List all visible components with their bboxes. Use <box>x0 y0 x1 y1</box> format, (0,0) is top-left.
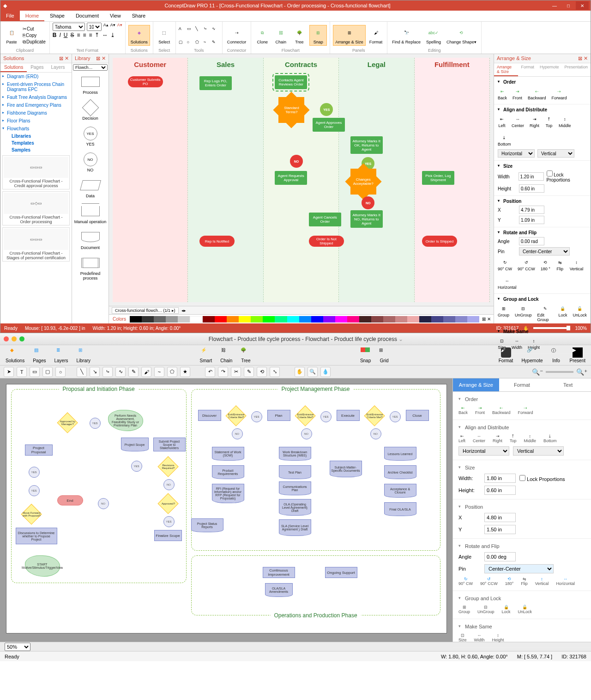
menu-view[interactable]: View <box>104 11 127 21</box>
mac-tab-text[interactable]: Text <box>545 378 591 391</box>
rotate-tool[interactable]: ⟲ <box>257 367 267 377</box>
rp-tab-hypernote[interactable]: Hypernote <box>537 63 562 76</box>
mac-group[interactable]: ⊞Group <box>458 605 470 614</box>
minimize-button[interactable]: — <box>548 1 561 10</box>
rp-tab-arrange[interactable]: Arrange & Size <box>494 63 518 76</box>
mac-same-height[interactable]: ↕Height <box>492 633 504 642</box>
btn-ungroup[interactable]: ⊟UnGroup <box>515 304 532 322</box>
menu-file[interactable]: File <box>0 11 20 21</box>
s-approved-mgr[interactable]: Approved by Manager? <box>57 412 78 433</box>
menu-share[interactable]: Share <box>127 11 151 21</box>
strike-button[interactable]: S <box>70 32 74 38</box>
mac-tab-arrange[interactable]: Arrange & Size <box>453 378 499 391</box>
arrow-tool[interactable]: ➤ <box>4 367 14 377</box>
valign-top-icon[interactable]: ⤒ <box>95 32 99 38</box>
mac-canvas[interactable]: Proposal and Initiation Phase Project Ma… <box>6 384 447 633</box>
s-exit2[interactable]: Exit/Entrance Criteria Met? <box>295 405 316 426</box>
btn-front[interactable]: ⇥Front <box>513 87 522 100</box>
mac-90ccw[interactable]: ↺90° CCW <box>480 577 498 586</box>
s-commplan[interactable]: Communications Plan <box>279 481 311 495</box>
shape-changes-acceptable[interactable]: Changes Acceptable? <box>350 169 376 195</box>
line-tool[interactable]: ╲ <box>77 367 87 377</box>
s-sow[interactable]: Statement of Work (SOW) <box>212 447 244 461</box>
rect-tool-icon[interactable]: ▭ <box>187 26 194 31</box>
shape-agent-cancels[interactable]: Agent Cancels Order <box>309 213 341 226</box>
cut-tool[interactable]: ✂ <box>231 367 241 377</box>
s-approved[interactable]: Approved? <box>158 493 179 514</box>
scroll-right-icon[interactable]: ▸ <box>184 308 186 313</box>
tree-erd[interactable]: Diagram (ERD) <box>0 73 72 80</box>
shape-pick-order[interactable]: Pick Order, Log Shipment <box>422 171 454 185</box>
pencil-tool-icon[interactable]: ✎ <box>212 40 219 44</box>
s-sla[interactable]: SLA (Service Level Agreement ) Draft <box>279 519 311 536</box>
s-discuss[interactable]: Discussions to Determine whether to Prop… <box>16 528 57 544</box>
dist-v-select[interactable]: Vertical <box>537 149 574 158</box>
italic-button[interactable]: I <box>59 32 60 38</box>
mac-snap-button[interactable]: Snap <box>360 347 371 363</box>
shape-shipped[interactable]: Order Is Shipped <box>422 236 457 247</box>
sample-order[interactable]: ▭◇▭Cross-Functional Flowchart - Order pr… <box>2 191 70 225</box>
btn-90cw[interactable]: ↻90° CW <box>498 258 512 271</box>
valign-bot-icon[interactable]: ⤓ <box>110 32 115 38</box>
mac-present-button[interactable]: ▶Present <box>570 347 585 363</box>
undo-tool[interactable]: ↶ <box>205 367 215 377</box>
change-shape-button[interactable]: ⟲Change Shape▾ <box>445 25 478 45</box>
font-color-icon[interactable]: A▾ <box>117 23 122 31</box>
s-exit3[interactable]: Exit/Entrance Criteria Met? <box>364 405 386 426</box>
mac-close-button[interactable] <box>4 336 9 341</box>
yes-e3[interactable]: YES <box>390 411 401 422</box>
s-lessons[interactable]: Lessons Learned <box>384 447 416 461</box>
redo-tool[interactable]: ↷ <box>218 367 228 377</box>
mac-lock-checkbox[interactable] <box>519 475 525 481</box>
spelling-button[interactable]: abc✓Spelling <box>424 25 443 45</box>
mac-flipv[interactable]: ↕Vertical <box>535 577 549 586</box>
copy-button[interactable]: ⎘Copy <box>22 32 47 38</box>
mac-library-button[interactable]: ⊞Library <box>77 347 91 363</box>
mac-front[interactable]: ⇥Front <box>475 406 485 415</box>
mac-solutions-button[interactable]: ◆Solutions <box>6 347 24 363</box>
edit-tool[interactable]: ✎ <box>244 367 254 377</box>
width-input[interactable] <box>519 172 544 181</box>
lib-decision[interactable]: Decision <box>72 97 109 123</box>
btn-180[interactable]: ⟲180 ° <box>541 258 550 271</box>
btn-align-top[interactable]: ⤒Top <box>545 115 553 128</box>
lib-pane-close-icon[interactable]: ⊠ ✕ <box>96 55 106 61</box>
mac-format-button[interactable]: 🖌Format <box>499 347 513 363</box>
cut-button[interactable]: ✂Cut <box>22 26 47 32</box>
btn-align-right[interactable]: ⇥Right <box>530 115 539 128</box>
tree-floor[interactable]: Floor Plans <box>0 117 72 125</box>
s-plan[interactable]: Plan <box>267 410 290 421</box>
s-exit1[interactable]: Exit/Entrance Criteria Met? <box>226 405 247 426</box>
mac-minimize-button[interactable] <box>12 336 17 341</box>
mac-al-middle[interactable]: ↕Middle <box>524 434 537 443</box>
rp-tab-format[interactable]: Format <box>518 63 537 76</box>
dist-h-select[interactable]: Horizontal <box>498 149 535 158</box>
tree-flowcharts[interactable]: Flowcharts <box>0 125 72 133</box>
valign-mid-icon[interactable]: ↔ <box>102 32 108 38</box>
zoom-slider[interactable] <box>533 327 570 329</box>
align-right-icon[interactable]: ≡ <box>89 32 92 38</box>
mac-backward[interactable]: ⇠Backward <box>492 406 511 415</box>
angle-input[interactable] <box>519 237 544 245</box>
spline-tool-icon[interactable]: ~ <box>204 40 211 44</box>
s-movefwd[interactable]: Move Forward with Proposal? <box>21 504 42 525</box>
btn-lock[interactable]: 🔒Lock <box>558 304 567 322</box>
lock-prop-checkbox[interactable] <box>547 170 553 177</box>
select-button[interactable]: ⬚Select <box>156 25 173 45</box>
btn-align-left[interactable]: ⇤Left <box>498 115 506 128</box>
close-button[interactable]: ✕ <box>576 1 589 10</box>
mac-same-width[interactable]: ↔Width <box>474 633 485 642</box>
brush-tool[interactable]: 🖌 <box>141 367 151 377</box>
mac-hypernote-button[interactable]: 🔗Hypernote <box>521 347 543 363</box>
mac-180[interactable]: ⟲180° <box>505 577 514 586</box>
tab-solutions[interactable]: Solutions <box>0 63 27 72</box>
mac-flip[interactable]: ⇋Flip <box>521 577 528 586</box>
mac-height-input[interactable] <box>484 486 516 495</box>
align-center-icon[interactable]: ≡ <box>83 32 86 38</box>
zoom-in-icon[interactable]: 🔍⁺ <box>576 368 587 376</box>
mac-tree-button[interactable]: 🌳Tree <box>241 347 251 363</box>
mac-dist-v[interactable]: Vertical <box>513 446 564 456</box>
x-input[interactable] <box>519 206 544 214</box>
s-ola[interactable]: OLA (Operating Level Agreement) Draft <box>279 499 311 516</box>
format-button[interactable]: 🖌Format <box>368 25 385 45</box>
